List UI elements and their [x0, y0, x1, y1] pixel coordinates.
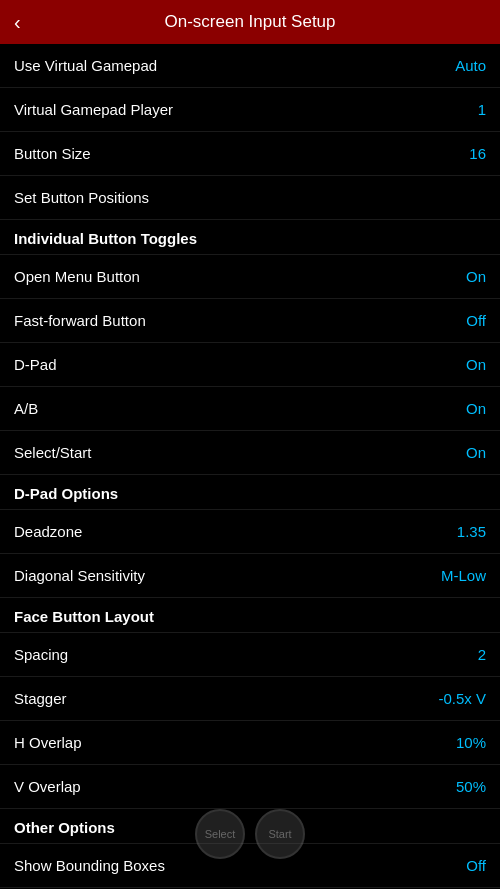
row-label-open-menu-button: Open Menu Button [14, 268, 140, 285]
row-label-deadzone: Deadzone [14, 523, 82, 540]
settings-row-button-size[interactable]: Button Size16 [0, 132, 500, 176]
section-header-section-individual: Individual Button Toggles [0, 220, 500, 255]
settings-row-open-menu-button[interactable]: Open Menu ButtonOn [0, 255, 500, 299]
row-label-stagger: Stagger [14, 690, 67, 707]
section-header-section-dpad: D-Pad Options [0, 475, 500, 510]
row-label-virtual-gamepad-player: Virtual Gamepad Player [14, 101, 173, 118]
settings-row-spacing[interactable]: Spacing2 [0, 633, 500, 677]
section-label-section-other: Other Options [14, 819, 115, 836]
header: ‹ On-screen Input Setup [0, 0, 500, 44]
row-value-button-size: 16 [469, 145, 486, 162]
section-label-section-dpad: D-Pad Options [14, 485, 118, 502]
section-label-section-individual: Individual Button Toggles [14, 230, 197, 247]
settings-row-stagger[interactable]: Stagger-0.5x V [0, 677, 500, 721]
row-value-v-overlap: 50% [456, 778, 486, 795]
settings-row-d-pad[interactable]: D-PadOn [0, 343, 500, 387]
row-label-select-start: Select/Start [14, 444, 92, 461]
row-label-v-overlap: V Overlap [14, 778, 81, 795]
row-label-fast-forward-button: Fast-forward Button [14, 312, 146, 329]
settings-row-virtual-gamepad-player[interactable]: Virtual Gamepad Player1 [0, 88, 500, 132]
row-label-diagonal-sensitivity: Diagonal Sensitivity [14, 567, 145, 584]
row-value-select-start: On [466, 444, 486, 461]
row-value-show-bounding-boxes: Off [466, 857, 486, 874]
row-label-button-size: Button Size [14, 145, 91, 162]
row-value-diagonal-sensitivity: M-Low [441, 567, 486, 584]
row-label-show-bounding-boxes: Show Bounding Boxes [14, 857, 165, 874]
header-title: On-screen Input Setup [14, 12, 486, 32]
row-value-stagger: -0.5x V [438, 690, 486, 707]
row-label-h-overlap: H Overlap [14, 734, 82, 751]
settings-row-deadzone[interactable]: Deadzone1.35 [0, 510, 500, 554]
section-header-section-face: Face Button Layout [0, 598, 500, 633]
settings-row-set-button-positions[interactable]: Set Button Positions [0, 176, 500, 220]
settings-row-fast-forward-button[interactable]: Fast-forward ButtonOff [0, 299, 500, 343]
settings-row-use-virtual-gamepad[interactable]: Use Virtual GamepadAuto [0, 44, 500, 88]
row-value-open-menu-button: On [466, 268, 486, 285]
row-value-d-pad: On [466, 356, 486, 373]
section-label-section-face: Face Button Layout [14, 608, 154, 625]
row-label-set-button-positions: Set Button Positions [14, 189, 149, 206]
row-value-ab: On [466, 400, 486, 417]
section-header-section-other: Other Options [0, 809, 500, 844]
row-label-ab: A/B [14, 400, 38, 417]
row-value-deadzone: 1.35 [457, 523, 486, 540]
back-button[interactable]: ‹ [14, 11, 21, 34]
row-value-use-virtual-gamepad: Auto [455, 57, 486, 74]
settings-list: Use Virtual GamepadAutoVirtual Gamepad P… [0, 44, 500, 889]
settings-row-diagonal-sensitivity[interactable]: Diagonal SensitivityM-Low [0, 554, 500, 598]
row-value-spacing: 2 [478, 646, 486, 663]
settings-row-show-bounding-boxes[interactable]: Show Bounding BoxesOff [0, 844, 500, 888]
row-label-d-pad: D-Pad [14, 356, 57, 373]
row-label-spacing: Spacing [14, 646, 68, 663]
row-label-use-virtual-gamepad: Use Virtual Gamepad [14, 57, 157, 74]
settings-row-v-overlap[interactable]: V Overlap50% [0, 765, 500, 809]
settings-row-select-start[interactable]: Select/StartOn [0, 431, 500, 475]
row-value-virtual-gamepad-player: 1 [478, 101, 486, 118]
row-value-h-overlap: 10% [456, 734, 486, 751]
row-value-fast-forward-button: Off [466, 312, 486, 329]
settings-row-ab[interactable]: A/BOn [0, 387, 500, 431]
settings-row-h-overlap[interactable]: H Overlap10% [0, 721, 500, 765]
